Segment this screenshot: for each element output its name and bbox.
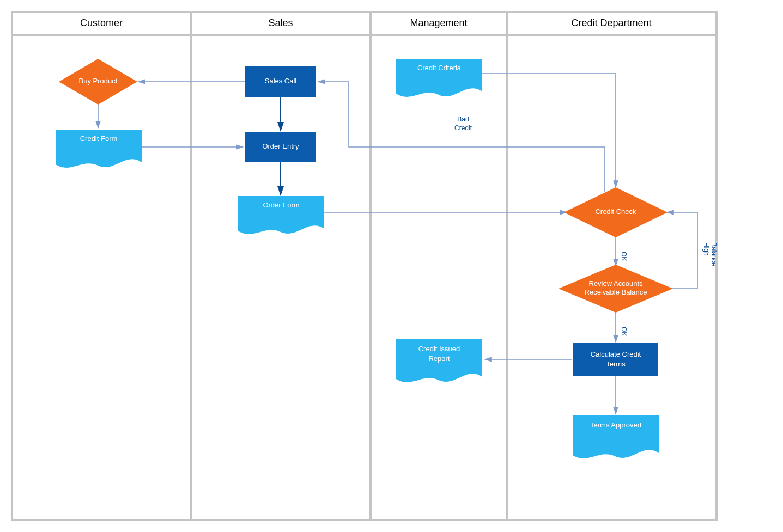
label-bad-credit-1: Bad <box>457 115 469 123</box>
node-sales-call-label: Sales Call <box>265 77 297 85</box>
label-high-1: High <box>702 242 710 256</box>
node-review-accounts: Review Accounts Receivable Balance <box>559 265 673 313</box>
node-credit-issued-report-label-2: Report <box>428 354 450 363</box>
node-terms-approved-label: Terms Approved <box>590 421 641 429</box>
node-credit-check: Credit Check <box>564 187 667 237</box>
node-credit-criteria: Credit Criteria <box>396 59 482 97</box>
node-buy-product: Buy Product <box>59 59 137 105</box>
node-credit-issued-report-label-1: Credit Issued <box>418 345 460 353</box>
lane-header-credit-dept: Credit Department <box>571 17 651 28</box>
node-credit-check-label: Credit Check <box>595 207 636 216</box>
node-order-form: Order Form <box>238 196 324 234</box>
node-terms-approved: Terms Approved <box>573 415 659 458</box>
node-calc-credit-terms: Calculate Credit Terms <box>573 343 658 376</box>
node-review-accounts-label-2: Receivable Balance <box>585 288 647 296</box>
label-ok-1: OK <box>620 252 628 261</box>
node-credit-form-label: Credit Form <box>80 134 118 143</box>
label-high-2: Balance <box>710 242 718 266</box>
node-review-accounts-label-1: Review Accounts <box>589 279 643 288</box>
label-bad-credit-2: Credit <box>454 124 472 132</box>
lane-header-management: Management <box>410 17 467 28</box>
edge-creditcheck-salescall-badcredit <box>318 82 605 192</box>
swimlane-flowchart: Customer Sales Management Credit Departm… <box>11 11 772 521</box>
edge-review-creditcheck-highbalance <box>667 212 697 289</box>
node-calc-credit-terms-label-2: Terms <box>606 360 626 368</box>
node-credit-issued-report: Credit Issued Report <box>396 339 482 382</box>
edge-labels: Bad Credit OK OK High Balance <box>454 115 718 336</box>
label-ok-2: OK <box>620 327 628 336</box>
node-order-entry-label: Order Entry <box>262 142 299 150</box>
svg-rect-10 <box>573 343 658 376</box>
node-order-entry: Order Entry <box>245 132 316 162</box>
node-calc-credit-terms-label-1: Calculate Credit <box>591 350 641 358</box>
lane-header-sales: Sales <box>268 17 293 28</box>
node-buy-product-label: Buy Product <box>79 77 118 85</box>
lane-header-customer: Customer <box>80 17 123 28</box>
node-order-form-label: Order Form <box>263 201 299 209</box>
node-credit-form: Credit Form <box>56 130 142 168</box>
edge-creditcriteria-creditcheck <box>482 74 616 187</box>
node-sales-call: Sales Call <box>245 66 316 97</box>
node-credit-criteria-label: Credit Criteria <box>417 64 462 72</box>
